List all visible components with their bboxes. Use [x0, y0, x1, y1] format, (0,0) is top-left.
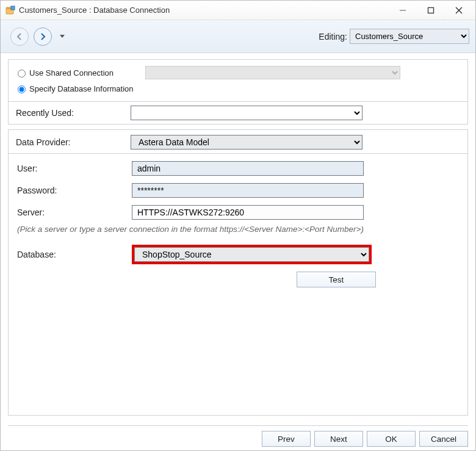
close-button[interactable] [445, 1, 473, 20]
password-input[interactable] [132, 183, 364, 198]
use-shared-connection-radio[interactable] [18, 70, 26, 78]
specify-db-label: Specify Database Information [29, 84, 145, 93]
user-row: User: [10, 157, 466, 179]
database-highlight: ShopStop_Source [132, 245, 372, 264]
server-hint: (Pick a server or type a server connecti… [10, 223, 466, 235]
footer-buttons: Prev Next OK Cancel [8, 425, 468, 447]
window-title: Customers_Source : Database Connection [19, 5, 170, 15]
titlebar: Customers_Source : Database Connection [1, 1, 475, 20]
user-label: User: [17, 164, 132, 173]
recently-used-row: Recently Used: [8, 102, 468, 124]
recently-used-select[interactable] [131, 106, 362, 120]
recently-used-label: Recently Used: [16, 108, 131, 118]
password-row: Password: [10, 179, 466, 201]
data-provider-label: Data Provider: [16, 137, 131, 147]
data-provider-row: Data Provider: Astera Data Model [9, 131, 467, 153]
database-select[interactable]: ShopStop_Source [134, 247, 369, 262]
database-label: Database: [17, 250, 132, 259]
connection-details-group: User: Password: Server: (Pick a server o… [8, 153, 468, 416]
next-button[interactable]: Next [314, 431, 363, 447]
svg-rect-4 [428, 7, 434, 13]
server-row: Server: [10, 201, 466, 223]
forward-button[interactable] [34, 27, 52, 46]
prev-button[interactable]: Prev [262, 431, 311, 447]
ok-button[interactable]: OK [367, 431, 416, 447]
specify-db-radio[interactable] [18, 85, 26, 93]
editing-select[interactable]: Customers_Source [350, 29, 469, 44]
data-provider-group: Data Provider: Astera Data Model [8, 129, 468, 153]
shared-connection-select[interactable] [145, 66, 400, 79]
test-button[interactable]: Test [297, 272, 376, 287]
server-input[interactable] [132, 205, 364, 220]
cancel-button[interactable]: Cancel [419, 431, 468, 447]
user-input[interactable] [132, 161, 364, 176]
server-label: Server: [17, 207, 132, 217]
maximize-button[interactable] [417, 1, 445, 20]
forward-history-dropdown[interactable] [57, 27, 64, 46]
svg-rect-2 [11, 6, 15, 10]
nav-bar: Editing: Customers_Source [1, 20, 475, 53]
database-row: Database: ShopStop_Source [10, 241, 466, 268]
use-shared-connection-label: Use Shared Connection [29, 68, 145, 78]
editing-label: Editing: [319, 32, 347, 41]
test-row: Test [10, 268, 466, 291]
use-shared-connection-row: Use Shared Connection [15, 65, 461, 81]
data-provider-select[interactable]: Astera Data Model [131, 135, 362, 150]
minimize-button[interactable] [389, 1, 417, 20]
specify-db-row: Specify Database Information [15, 81, 461, 96]
back-button[interactable] [10, 27, 29, 46]
chevron-down-icon [60, 35, 65, 38]
connection-mode-group: Use Shared Connection Specify Database I… [8, 59, 468, 102]
password-label: Password: [17, 186, 132, 195]
app-icon [5, 5, 15, 15]
